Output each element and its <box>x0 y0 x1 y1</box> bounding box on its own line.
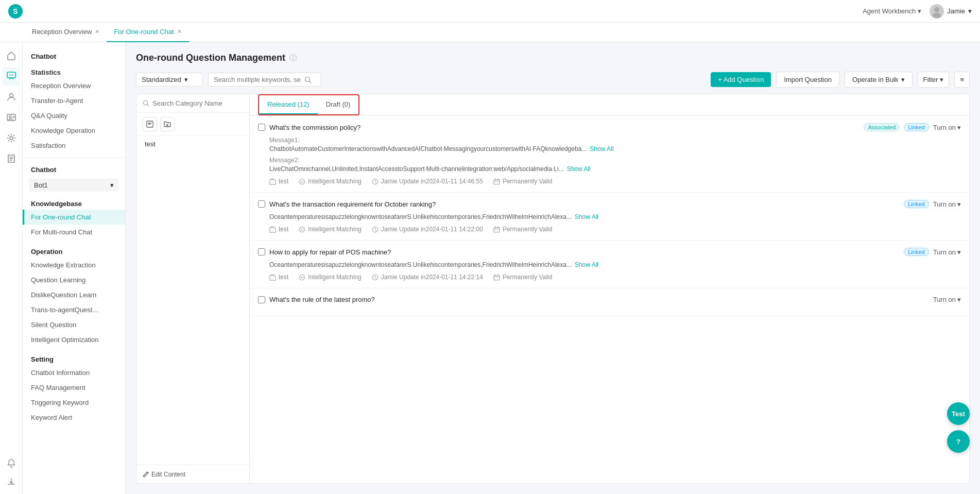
sidebar-icon-book[interactable] <box>2 149 21 168</box>
column-settings-button[interactable]: ≡ <box>954 72 970 88</box>
question-1-checkbox[interactable] <box>258 124 265 131</box>
category-search-input[interactable] <box>152 99 243 107</box>
nav-item-for-one-round-chat[interactable]: For One-round Chat <box>23 210 125 225</box>
category-collapse-btn[interactable] <box>143 117 157 131</box>
nav-item-silent-question[interactable]: Silent Question <box>23 317 125 332</box>
main-content: One-round Question Management ⓘ Standard… <box>126 42 980 494</box>
question-3-show-all[interactable]: Show All <box>575 261 598 268</box>
info-icon: ⓘ <box>289 54 297 63</box>
content-body: test Edit Content ➘ ↙ <box>136 94 970 484</box>
edit-content-button[interactable]: Edit Content <box>143 471 185 478</box>
q-tab-released[interactable]: Released (12) <box>259 95 318 114</box>
category-add-folder-btn[interactable] <box>160 117 175 131</box>
notification-icon[interactable] <box>2 454 21 472</box>
question-2-turn-on[interactable]: Turn on ▾ <box>933 200 961 208</box>
svg-point-14 <box>300 179 305 184</box>
tab-for-one-round-chat[interactable]: For One-round Chat ✕ <box>107 23 188 42</box>
nav-item-knowledge-operation[interactable]: Knowledge Operation <box>23 123 125 138</box>
question-1-messages: Message1: ChatbotAutomateCustomerInterac… <box>258 137 961 173</box>
category-search <box>136 94 249 113</box>
question-2-meta-matching: Intelligent Matching <box>299 226 361 233</box>
download-icon[interactable] <box>2 472 21 491</box>
q-tab-draft[interactable]: Draft (0) <box>318 95 359 114</box>
standardized-dropdown[interactable]: Standardized ▾ <box>136 73 203 87</box>
filter-button[interactable]: Filter ▾ <box>918 72 950 88</box>
sidebar-icon-contacts[interactable] <box>2 88 21 106</box>
question-3-checkbox[interactable] <box>258 248 265 255</box>
help-fab[interactable]: ? <box>947 430 970 453</box>
question-4-checkbox[interactable] <box>258 296 265 303</box>
question-4-turn-on[interactable]: Turn on ▾ <box>933 296 961 303</box>
tab-bar: Reception Overview ✕ For One-round Chat … <box>0 23 980 42</box>
question-3-meta-category: test <box>269 274 288 281</box>
nav-item-satisfaction[interactable]: Satisfaction <box>23 138 125 153</box>
user-menu[interactable]: Jamie ▾ <box>930 4 972 19</box>
sidebar-icon-settings[interactable] <box>2 129 21 147</box>
question-1-turn-on[interactable]: Turn on ▾ <box>933 124 961 131</box>
keyword-search-input[interactable] <box>214 76 301 83</box>
sidebar-icon-user[interactable] <box>2 108 21 127</box>
nav-item-triggering-keyword[interactable]: Triggering Keyword <box>23 395 125 410</box>
question-3-turn-on[interactable]: Turn on ▾ <box>933 248 961 256</box>
question-1-message-1-show-all[interactable]: Show All <box>590 145 613 152</box>
question-2-meta-category: test <box>269 226 288 233</box>
nav-divider-1 <box>23 157 125 158</box>
question-1-message-2: Message2: LiveChatOmnichannel,Unlimited,… <box>269 157 961 173</box>
agent-workbench-dropdown[interactable]: Agent Workbench ▾ <box>863 7 921 15</box>
question-1-badge-associated: Associated <box>864 123 900 131</box>
nav-item-dislike-question-learn[interactable]: DislikeQuestion Learn <box>23 287 125 302</box>
bot-name: Bot1 <box>34 181 48 189</box>
category-item-test[interactable]: test <box>136 136 249 152</box>
search-icon <box>304 76 312 83</box>
tab-reception-overview[interactable]: Reception Overview ✕ <box>25 23 107 42</box>
chatbot-section-title: Chatbot <box>23 48 125 62</box>
question-2-show-all[interactable]: Show All <box>575 213 598 220</box>
nav-item-keyword-alert[interactable]: Keyword Alert <box>23 410 125 425</box>
question-2-meta-user: Jamie Update in2024-01-11 14:22:00 <box>372 226 483 233</box>
test-fab[interactable]: Test <box>947 402 970 425</box>
category-icon-2 <box>269 226 276 233</box>
nav-item-faq-management[interactable]: FAQ Management <box>23 380 125 395</box>
import-question-button[interactable]: Import Question <box>776 72 839 88</box>
nav-item-trans-to-agent-quest[interactable]: Trans-to-agentQuest... <box>23 302 125 317</box>
bot-selector[interactable]: Bot1 ▾ <box>29 179 119 192</box>
test-fab-label: Test <box>952 410 965 418</box>
nav-item-for-multi-round-chat[interactable]: For Multi-round Chat <box>23 225 125 240</box>
add-question-button[interactable]: + Add Question <box>711 72 771 87</box>
category-icon-3 <box>269 274 276 281</box>
question-2-checkbox[interactable] <box>258 200 265 208</box>
svg-rect-13 <box>270 179 276 184</box>
question-1-meta-category: test <box>269 178 288 185</box>
tab-for-one-round-chat-close[interactable]: ✕ <box>177 29 182 35</box>
floating-buttons: Test ? <box>947 402 970 453</box>
question-1-header: What's the commission policy? Associated… <box>258 123 961 131</box>
matching-icon-3 <box>299 274 305 281</box>
nav-item-reception-overview[interactable]: Reception Overview <box>23 78 125 93</box>
nav-item-qa-quality[interactable]: Q&A Quality <box>23 108 125 123</box>
edit-icon <box>143 471 149 478</box>
nav-item-knowledge-extraction[interactable]: Knowledge Extraction <box>23 258 125 272</box>
question-3-meta: test Intelligent Matching Jamie Update i… <box>258 274 961 281</box>
main-layout: Chatbot Statistics Reception Overview Tr… <box>0 42 980 494</box>
svg-rect-20 <box>494 227 500 232</box>
category-panel: test Edit Content <box>136 94 250 483</box>
topbar: S Agent Workbench ▾ Jamie ▾ <box>0 0 980 23</box>
calendar-icon <box>493 178 500 185</box>
bottom-icon-bar <box>0 451 23 494</box>
arrow-annotation: ➘ <box>800 94 817 97</box>
tab-for-one-round-chat-label: For One-round Chat <box>114 28 174 36</box>
question-1-message-2-show-all[interactable]: Show All <box>567 165 591 173</box>
category-bottom-bar: Edit Content <box>136 465 249 483</box>
nav-item-question-learning[interactable]: Question Learning <box>23 272 125 287</box>
keyword-search-box[interactable] <box>208 73 321 87</box>
nav-item-intelligent-optimization[interactable]: Intelligent Optimization <box>23 332 125 347</box>
sidebar-icon-home[interactable] <box>2 46 21 65</box>
operate-chevron: ▾ <box>901 76 905 83</box>
nav-item-transfer-to-agent[interactable]: Transfer-to-Agent <box>23 93 125 108</box>
operate-in-bulk-button[interactable]: Operate in Bulk ▾ <box>845 72 913 88</box>
sidebar-icon-chatbot[interactable] <box>2 67 21 86</box>
tab-reception-overview-close[interactable]: ✕ <box>95 29 99 35</box>
topbar-left: S <box>8 4 23 19</box>
question-3-meta-validity: Permanently Valid <box>493 274 553 281</box>
nav-item-chatbot-information[interactable]: Chatbot Information <box>23 365 125 380</box>
